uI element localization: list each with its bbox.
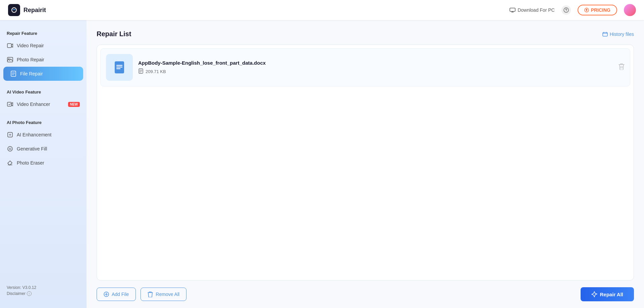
pricing-button[interactable]: PRICING xyxy=(578,5,617,15)
file-name: AppBody-Sample-English_lose_front_part_d… xyxy=(138,60,625,66)
video-enhancer-label: Video Enhancer xyxy=(17,102,50,107)
help-icon[interactable] xyxy=(561,5,571,15)
photo-eraser-label: Photo Eraser xyxy=(17,160,44,166)
video-enhancer-icon xyxy=(7,101,13,108)
history-files-button[interactable]: History files xyxy=(602,32,634,37)
photo-repair-label: Photo Repair xyxy=(17,57,44,62)
content-area: Repair List History files AppBody-Sample… xyxy=(87,20,644,308)
new-badge: NEW xyxy=(68,102,80,107)
file-meta: 209.71 KB xyxy=(138,68,625,75)
ai-enhancement-label: AI Enhancement xyxy=(17,132,52,137)
avatar[interactable] xyxy=(624,4,636,16)
header-right: Download For PC PRICING xyxy=(509,4,636,16)
table-row: AppBody-Sample-English_lose_front_part_d… xyxy=(100,48,630,86)
disclaimer-info-icon[interactable]: i xyxy=(27,291,32,296)
file-size-icon xyxy=(138,68,144,75)
remove-all-label: Remove All xyxy=(156,292,179,297)
bottom-toolbar: Add File Remove All Repair All xyxy=(97,281,634,301)
sidebar: Repair Feature Video Repair Photo Repair… xyxy=(0,20,87,308)
file-thumbnail xyxy=(106,54,133,81)
sidebar-item-file-repair[interactable]: File Repair xyxy=(3,67,83,81)
generative-fill-label: Generative Fill xyxy=(17,146,47,151)
page-title: Repair List xyxy=(97,30,131,38)
svg-rect-2 xyxy=(510,8,515,11)
add-file-label: Add File xyxy=(112,292,129,297)
video-repair-icon xyxy=(7,42,13,49)
repair-all-button[interactable]: Repair All xyxy=(581,287,634,301)
svg-rect-6 xyxy=(7,44,11,48)
sidebar-bottom: Version: V3.0.12 Disclaimer i xyxy=(0,280,87,301)
pricing-label: PRICING xyxy=(591,7,610,13)
history-files-label: History files xyxy=(610,32,634,37)
delete-file-button[interactable] xyxy=(619,63,625,72)
svg-rect-10 xyxy=(7,102,11,106)
header: Repairit Download For PC PRICING xyxy=(0,0,644,20)
main-layout: Repair Feature Video Repair Photo Repair… xyxy=(0,20,644,308)
bottom-left-buttons: Add File Remove All xyxy=(97,288,186,301)
version-text: Version: V3.0.12 xyxy=(7,285,80,290)
file-info: AppBody-Sample-English_lose_front_part_d… xyxy=(138,60,625,75)
file-repair-label: File Repair xyxy=(20,71,43,76)
remove-all-button[interactable]: Remove All xyxy=(141,288,186,301)
svg-rect-13 xyxy=(603,33,607,36)
download-pc-button[interactable]: Download For PC xyxy=(509,7,555,13)
sidebar-item-photo-repair[interactable]: Photo Repair xyxy=(0,53,87,67)
sidebar-item-ai-enhancement[interactable]: AI Enhancement xyxy=(0,128,87,142)
content-header: Repair List History files xyxy=(97,30,634,38)
ai-photo-section-label: AI Photo Feature xyxy=(0,116,87,128)
sidebar-item-video-repair[interactable]: Video Repair xyxy=(0,39,87,53)
sidebar-item-photo-eraser[interactable]: Photo Eraser xyxy=(0,156,87,170)
svg-point-4 xyxy=(566,11,567,12)
photo-eraser-icon xyxy=(7,160,13,166)
add-file-button[interactable]: Add File xyxy=(97,288,136,301)
file-size: 209.71 KB xyxy=(146,69,166,74)
photo-repair-icon xyxy=(7,56,13,63)
logo-text: Repairit xyxy=(23,7,46,14)
file-list: AppBody-Sample-English_lose_front_part_d… xyxy=(97,45,634,281)
download-label: Download For PC xyxy=(518,7,555,13)
repair-all-label: Repair All xyxy=(600,292,623,297)
repair-section-label: Repair Feature xyxy=(0,27,87,39)
svg-point-12 xyxy=(8,146,12,151)
video-repair-label: Video Repair xyxy=(17,43,44,48)
ai-enhancement-icon xyxy=(7,131,13,138)
svg-point-3 xyxy=(564,8,569,12)
sidebar-item-video-enhancer[interactable]: Video Enhancer NEW xyxy=(0,97,87,111)
sidebar-item-generative-fill[interactable]: Generative Fill xyxy=(0,142,87,156)
generative-fill-icon xyxy=(7,145,13,152)
file-repair-icon xyxy=(10,70,17,77)
header-left: Repairit xyxy=(8,4,46,16)
disclaimer-label: Disclaimer xyxy=(7,291,25,296)
logo-icon xyxy=(8,4,20,16)
disclaimer-row: Disclaimer i xyxy=(7,291,80,296)
ai-video-section-label: AI Video Feature xyxy=(0,85,87,97)
